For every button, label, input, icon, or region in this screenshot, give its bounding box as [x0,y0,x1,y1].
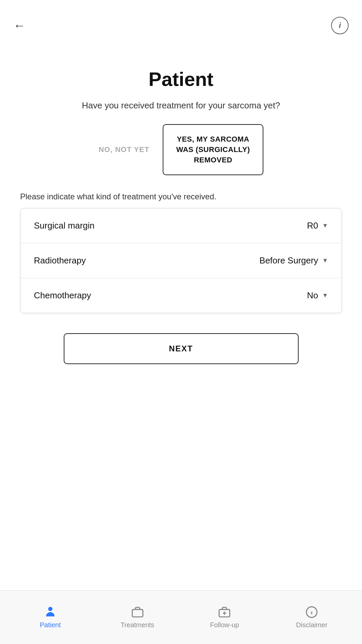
nav-item-followup[interactable]: Follow-up [181,606,268,629]
option-no[interactable]: NO, NOT YET [99,145,149,154]
treatment-table: Surgical margin R0 ▼ Radiotherapy Before… [20,208,342,313]
chevron-down-icon: ▼ [322,292,328,299]
treatment-options: NO, NOT YET YES, MY SARCOMAWAS (SURGICAL… [20,124,342,175]
chevron-down-icon: ▼ [322,222,328,229]
svg-point-0 [48,607,53,611]
nav-label-treatments: Treatments [120,621,154,629]
medkit-icon [218,606,231,618]
nav-label-followup: Follow-up [210,621,239,629]
table-row[interactable]: Chemotherapy No ▼ [20,278,342,313]
main-content: Patient Have you received treatment for … [0,41,362,378]
surgical-margin-value: R0 [307,220,318,231]
back-button[interactable]: ← [13,18,25,33]
page-title: Patient [149,68,213,90]
treatment-label-chemotherapy: Chemotherapy [34,290,91,301]
chemotherapy-value: No [307,290,318,301]
info-icon: i [339,21,341,30]
treatment-label-radiotherapy: Radiotherapy [34,255,86,266]
briefcase-icon [131,606,144,618]
info-button[interactable]: i [331,17,349,34]
nav-item-patient[interactable]: Patient [7,606,94,629]
table-row[interactable]: Surgical margin R0 ▼ [20,208,342,243]
surgical-margin-select[interactable]: R0 ▼ [307,220,328,231]
chemotherapy-select[interactable]: No ▼ [307,290,328,301]
info-circle-nav-icon [305,606,318,618]
nav-item-disclaimer[interactable]: Disclaimer [268,606,355,629]
radiotherapy-value: Before Surgery [259,255,318,266]
radiotherapy-select[interactable]: Before Surgery ▼ [259,255,328,266]
back-icon: ← [13,18,25,33]
nav-item-treatments[interactable]: Treatments [94,606,181,629]
nav-label-disclaimer: Disclaimer [296,621,327,629]
chevron-down-icon: ▼ [322,257,328,264]
treatment-label-surgical: Surgical margin [34,220,95,231]
svg-rect-1 [132,609,143,617]
indication-text: Please indicate what kind of treatment y… [20,192,342,201]
person-icon [44,606,57,618]
bottom-nav: Patient Treatments Follow-up Disclaimer [0,590,362,644]
nav-label-patient: Patient [40,621,61,629]
option-yes[interactable]: YES, MY SARCOMAWAS (SURGICALLY)REMOVED [163,124,263,175]
next-button[interactable]: NEXT [64,333,299,364]
table-row[interactable]: Radiotherapy Before Surgery ▼ [20,243,342,278]
header: ← i [0,0,362,41]
question-text: Have you received treatment for your sar… [82,100,280,111]
